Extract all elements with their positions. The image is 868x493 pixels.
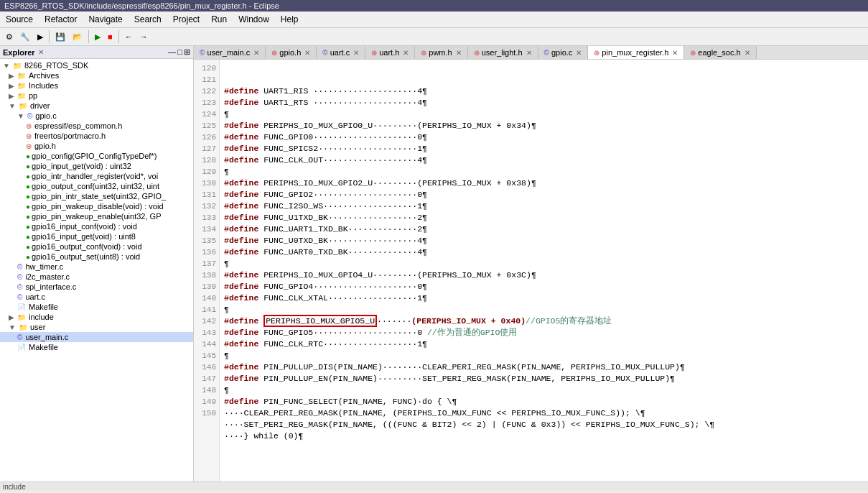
tree-item-label: gpio.h bbox=[34, 142, 56, 150]
code-line: #define PERIPHS_IO_MUX_GPIO0_U·········(… bbox=[224, 120, 864, 132]
menu-item-project[interactable]: Project bbox=[167, 13, 205, 26]
tab-label: uart.h bbox=[379, 48, 399, 57]
toolbar-btn-1[interactable]: ⚙ bbox=[3, 31, 16, 43]
tree-item[interactable]: 📄Makefile bbox=[0, 342, 193, 352]
menu-item-source[interactable]: Source bbox=[0, 13, 39, 26]
code-line: #define PIN_PULLUP_DIS(PIN_NAME)········… bbox=[224, 361, 864, 373]
code-text: FUNC_CLK_RTC···················1¶ bbox=[263, 339, 427, 349]
tree-item[interactable]: ●gpio_config(GPIO_ConfigTypeDef*) bbox=[0, 151, 193, 161]
toolbar-btn-3[interactable]: ▶ bbox=[34, 31, 46, 43]
line-number: 143 bbox=[197, 327, 216, 338]
tree-item[interactable]: ©spi_interface.c bbox=[0, 282, 193, 292]
code-keyword: #define bbox=[224, 224, 263, 234]
sidebar-minimize-icon[interactable]: — bbox=[168, 47, 176, 57]
tree-item-label: gpio_output_conf(uint32, uint32, uint bbox=[32, 182, 159, 190]
tab-close-btn[interactable]: ✕ bbox=[672, 49, 678, 57]
menu-item-help[interactable]: Help bbox=[275, 13, 304, 26]
tree-item[interactable]: ©hw_timer.c bbox=[0, 262, 193, 272]
tree-item[interactable]: ●gpio16_input_conf(void) : void bbox=[0, 221, 193, 231]
line-number: 150 bbox=[197, 407, 216, 419]
tab-close-btn[interactable]: ✕ bbox=[253, 49, 259, 57]
code-editor[interactable]: 1201211221231241251261271281291301311321… bbox=[194, 60, 868, 482]
tab-gpio-c[interactable]: ©gpio.c✕ bbox=[538, 46, 589, 59]
code-line: #define PIN_PULLUP_EN(PIN_NAME)·········… bbox=[224, 373, 864, 384]
tree-item[interactable]: ●gpio_pin_wakeup_enable(uint32, GP bbox=[0, 211, 193, 221]
explorer-label: Explorer bbox=[3, 48, 35, 57]
code-empty: ¶ bbox=[224, 259, 229, 268]
tab-uart-c[interactable]: ©uart.c✕ bbox=[317, 46, 365, 59]
tree-item-icon: 📁 bbox=[17, 92, 26, 100]
tab-eagle_soc-h[interactable]: ⊛eagle_soc.h✕ bbox=[684, 46, 756, 59]
line-number: 144 bbox=[197, 338, 216, 350]
tab-user_main-c[interactable]: ©user_main.c✕ bbox=[194, 46, 266, 59]
tab-pin_mux_register-h[interactable]: ⊛pin_mux_register.h✕ bbox=[588, 46, 684, 60]
tree-item[interactable]: ©i2c_master.c bbox=[0, 272, 193, 282]
menu-item-refactor[interactable]: Refactor bbox=[39, 13, 83, 26]
tab-close-btn[interactable]: ✕ bbox=[576, 49, 582, 57]
sidebar-tree: ▼📁8266_RTOS_SDK▶📁Archives▶📁Includes▶📁pp▼… bbox=[0, 59, 193, 482]
tab-label: pwm.h bbox=[429, 48, 452, 57]
toolbar-btn-2[interactable]: 🔧 bbox=[17, 31, 33, 43]
toolbar-back[interactable]: ← bbox=[122, 31, 136, 42]
code-keyword: #define bbox=[224, 98, 263, 107]
tree-item[interactable]: ▶📁include bbox=[0, 312, 193, 322]
toolbar-forward[interactable]: → bbox=[137, 31, 151, 42]
tree-item[interactable]: ▼📁user bbox=[0, 322, 193, 332]
tree-item[interactable]: ●gpio_pin_wakeup_disable(void) : void bbox=[0, 201, 193, 211]
tree-item[interactable]: ●gpio_intr_handler_register(void*, voi bbox=[0, 171, 193, 181]
code-text: FUNC_GPIO0·····················0¶ bbox=[263, 132, 427, 142]
menu-item-navigate[interactable]: Navigate bbox=[83, 13, 128, 26]
code-content[interactable]: #define UART1_RIS ·····················4… bbox=[220, 60, 868, 482]
tree-item[interactable]: ©uart.c bbox=[0, 292, 193, 302]
tree-item[interactable]: ©user_main.c bbox=[0, 332, 193, 342]
menu-item-run[interactable]: Run bbox=[205, 13, 233, 26]
tree-item[interactable]: ●gpio_pin_intr_state_set(uint32, GPIO_ bbox=[0, 191, 193, 201]
explorer-close-icon[interactable]: ✕ bbox=[38, 48, 44, 56]
tree-item[interactable]: ●gpio_input_get(void) : uint32 bbox=[0, 161, 193, 171]
toolbar-btn-5[interactable]: 📂 bbox=[70, 31, 85, 43]
tree-item[interactable]: ▶📁Includes bbox=[0, 80, 193, 91]
line-number: 137 bbox=[197, 258, 216, 269]
tab-close-btn[interactable]: ✕ bbox=[304, 49, 310, 57]
tab-pwm-h[interactable]: ⊛pwm.h✕ bbox=[415, 46, 467, 59]
tree-item[interactable]: ●gpio16_output_set(uint8) : void bbox=[0, 252, 193, 262]
tree-item[interactable]: ●gpio16_output_conf(void) : void bbox=[0, 241, 193, 252]
tree-item[interactable]: ▼📁driver bbox=[0, 101, 193, 111]
tab-icon-h: ⊛ bbox=[474, 49, 480, 57]
line-number: 128 bbox=[197, 155, 216, 166]
tree-item-icon: © bbox=[17, 273, 22, 281]
code-keyword: #define bbox=[224, 293, 263, 303]
tab-close-btn[interactable]: ✕ bbox=[745, 49, 750, 57]
sidebar-popout-icon[interactable]: ⊞ bbox=[184, 47, 190, 57]
toolbar-stop[interactable]: ■ bbox=[105, 31, 116, 42]
code-line: #define FUNC_GPIO5·····················0… bbox=[224, 327, 864, 338]
tree-item[interactable]: ⊛gpio.h bbox=[0, 141, 193, 151]
tree-item-icon: © bbox=[17, 283, 22, 291]
tree-item[interactable]: ●gpio_output_conf(uint32, uint32, uint bbox=[0, 181, 193, 191]
menu-item-search[interactable]: Search bbox=[129, 13, 167, 26]
tab-uart-h[interactable]: ⊛uart.h✕ bbox=[365, 46, 415, 59]
code-keyword: #define bbox=[224, 190, 263, 199]
tree-item[interactable]: ⊛freertos/portmacro.h bbox=[0, 131, 193, 141]
tree-item[interactable]: ▼📁8266_RTOS_SDK bbox=[0, 60, 193, 70]
toolbar-run[interactable]: ▶ bbox=[92, 31, 103, 43]
tab-gpio-h[interactable]: ⊛gpio.h✕ bbox=[266, 46, 317, 59]
line-number: 129 bbox=[197, 166, 216, 178]
menu-item-window[interactable]: Window bbox=[233, 13, 275, 26]
tree-item[interactable]: ▶📁pp bbox=[0, 91, 193, 101]
tab-close-btn[interactable]: ✕ bbox=[526, 49, 532, 57]
tab-close-btn[interactable]: ✕ bbox=[456, 49, 462, 57]
tab-close-btn[interactable]: ✕ bbox=[353, 49, 359, 57]
tab-icon-c: © bbox=[544, 49, 549, 57]
sidebar-maximize-icon[interactable]: □ bbox=[177, 47, 182, 57]
code-empty: ¶ bbox=[224, 385, 229, 395]
tab-user_light-h[interactable]: ⊛user_light.h✕ bbox=[468, 46, 538, 59]
tab-close-btn[interactable]: ✕ bbox=[403, 49, 409, 57]
tree-item[interactable]: ▼©gpio.c bbox=[0, 111, 193, 121]
toolbar-btn-4[interactable]: 💾 bbox=[52, 31, 68, 43]
tree-item[interactable]: ●gpio16_input_get(void) : uint8 bbox=[0, 231, 193, 241]
code-text: PERIPHS_IO_MUX_GPIO2_U·········(PERIPHS_… bbox=[263, 178, 536, 188]
tree-item[interactable]: ⊛espressif/esp_common.h bbox=[0, 121, 193, 131]
tree-item[interactable]: ▶📁Archives bbox=[0, 70, 193, 80]
tree-item[interactable]: 📄Makefile bbox=[0, 302, 193, 312]
